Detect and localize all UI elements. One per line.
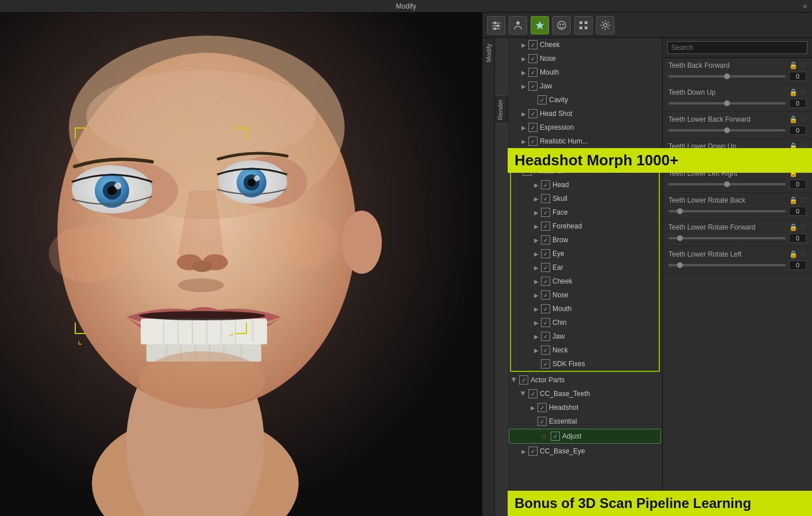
tree-arrow[interactable]: ▶ [519, 123, 528, 132]
tree-item-headshot-teeth[interactable]: ▶ ✓ Headshot [508, 401, 662, 414]
tree-arrow[interactable]: ▶ [519, 109, 528, 118]
tree-item-cheek1[interactable]: ▶ ✓ Cheek [508, 38, 662, 52]
tree-item-skull[interactable]: ▶ ✓ Skull [511, 192, 659, 205]
tree-check[interactable]: ✓ [528, 54, 538, 63]
heart-icon[interactable]: ♡ [800, 61, 806, 69]
tree-arrow[interactable]: ▶ [519, 82, 528, 91]
prop-slider[interactable] [668, 102, 786, 104]
prop-slider[interactable] [668, 129, 786, 131]
tree-check[interactable]: ✓ [541, 304, 550, 313]
tree-check[interactable]: ✓ [541, 235, 550, 245]
sliders-button[interactable] [487, 16, 505, 34]
heart-icon[interactable]: ♡ [800, 142, 806, 150]
tree-item-forehead[interactable]: ▶ ✓ Forehead [511, 219, 659, 233]
tree-arrow[interactable]: ▶ [532, 318, 541, 327]
lock-icon[interactable]: 🔒 [789, 196, 798, 204]
tree-check[interactable]: ✓ [541, 180, 550, 189]
tree-item-cc-base-teeth[interactable]: ▶ ✓ CC_Base_Teeth [508, 387, 662, 401]
tree-item-nose1[interactable]: ▶ ✓ Nose [508, 52, 662, 65]
prop-value-input[interactable] [789, 72, 806, 81]
tree-item-cheek2[interactable]: ▶ ✓ Cheek [511, 274, 659, 288]
tree-arrow[interactable]: ▶ [519, 447, 528, 456]
tree-item-tongue[interactable]: ▶ ✓ Tongue [508, 148, 662, 162]
tree-item-headshot1[interactable]: ▶ ✓ Head Shot [508, 107, 662, 121]
tree-arrow[interactable]: ▶ [519, 40, 528, 49]
tree-item-cavity[interactable]: ▶ ✓ Cavity [508, 93, 662, 107]
tree-check[interactable]: ✓ [541, 277, 550, 286]
tree-check[interactable]: ✓ [541, 318, 550, 327]
tree-arrow[interactable]: ▶ [532, 208, 541, 217]
slider-thumb[interactable] [724, 73, 730, 79]
face-button[interactable] [552, 16, 571, 34]
tree-arrow[interactable]: ▶ [528, 403, 538, 412]
person-button[interactable] [509, 16, 527, 34]
tree-arrow[interactable]: ▶ [532, 180, 541, 189]
slider-thumb[interactable] [724, 127, 730, 133]
tree-check-headshot[interactable]: ✓ [523, 166, 532, 176]
heart-icon[interactable]: ♡ [800, 169, 806, 177]
prop-value-input[interactable] [789, 261, 806, 270]
lock-icon[interactable]: 🔒 [789, 250, 798, 258]
tree-check[interactable]: ✓ [541, 208, 550, 217]
close-button[interactable]: × [803, 2, 807, 11]
tree-item-mouth2[interactable]: ▶ ✓ Mouth [511, 302, 659, 316]
prop-slider[interactable] [668, 237, 786, 239]
tree-arrow[interactable]: ▶ [519, 150, 528, 160]
prop-slider[interactable] [668, 210, 786, 212]
tree-arrow[interactable]: ▶ [532, 263, 541, 272]
tree-item-eye[interactable]: ▶ ✓ Eye [511, 247, 659, 261]
tree-check[interactable]: ✓ [541, 194, 550, 203]
slider-thumb[interactable] [677, 208, 683, 214]
tree-check[interactable]: ✓ [551, 432, 560, 441]
prop-value-input[interactable] [789, 153, 806, 162]
tree-check[interactable]: ✓ [541, 222, 550, 231]
lock-icon[interactable]: 🔒 [789, 115, 798, 123]
lock-icon[interactable]: 🔒 [789, 169, 798, 177]
tree-item-essential[interactable]: ▶ ✓ Essential [508, 414, 662, 428]
tree-check[interactable]: ✓ [519, 375, 528, 385]
tree-item-sdk-fixes[interactable]: ▶ ✓ SDK Fixes [511, 357, 659, 371]
prop-slider[interactable] [668, 156, 786, 158]
tree-item-headshot-group[interactable]: ▶ ✓ Headshot [511, 164, 659, 178]
tree-check[interactable]: ✓ [541, 332, 550, 341]
tree-arrow[interactable]: ▶ [510, 375, 519, 385]
tree-check[interactable]: ✓ [541, 263, 550, 272]
lock-icon[interactable]: 🔒 [789, 88, 798, 96]
slider-thumb[interactable] [724, 154, 730, 160]
tree-item-realistic-hum[interactable]: ▶ ✓ Realistic Hum... [508, 134, 662, 148]
heart-icon[interactable]: ♡ [800, 115, 806, 123]
heart-icon[interactable]: ♡ [800, 88, 806, 96]
lock-icon[interactable]: 🔒 [789, 223, 798, 231]
slider-thumb[interactable] [677, 235, 683, 241]
tree-check-red[interactable]: ○ [539, 432, 548, 441]
tree-check[interactable]: ✓ [528, 447, 538, 456]
slider-thumb[interactable] [677, 262, 683, 268]
tree-check[interactable]: ✓ [541, 249, 550, 258]
tree-check[interactable]: ✓ [541, 290, 550, 300]
tree-item-nose2[interactable]: ▶ ✓ Nose [511, 288, 659, 302]
tree-item-ear[interactable]: ▶ ✓ Ear [511, 261, 659, 274]
tree-check[interactable]: ✓ [528, 137, 538, 146]
tree-item-actor-parts[interactable]: ▶ ✓ Actor Parts [508, 373, 662, 387]
tree-item-jaw2[interactable]: ▶ ✓ Jaw [511, 329, 659, 343]
tree-item-mouth1[interactable]: ▶ ✓ Mouth [508, 65, 662, 79]
tree-arrow[interactable]: ▶ [532, 346, 541, 355]
grid-button[interactable] [574, 16, 593, 34]
tree-arrow-headshot[interactable]: ▶ [513, 166, 523, 176]
tree-item-face[interactable]: ▶ ✓ Face [511, 205, 659, 219]
tree-arrow[interactable]: ▶ [532, 290, 541, 300]
tree-check[interactable]: ✓ [538, 417, 547, 426]
tree-arrow[interactable]: ▶ [532, 277, 541, 286]
tree-arrow[interactable]: ▶ [519, 68, 528, 77]
prop-slider[interactable] [668, 264, 786, 266]
tree-check[interactable]: ✓ [528, 389, 538, 398]
tree-check[interactable]: ✓ [528, 40, 538, 49]
heart-icon[interactable]: ♡ [800, 196, 806, 204]
tree-check[interactable]: ✓ [528, 150, 538, 160]
tree-check[interactable]: ✓ [538, 403, 547, 412]
tree-arrow[interactable]: ▶ [532, 222, 541, 231]
lock-icon[interactable]: 🔒 [789, 61, 798, 69]
search-input[interactable] [667, 41, 807, 54]
tree-arrow[interactable]: ▶ [519, 137, 528, 146]
tree-check[interactable]: ✓ [528, 82, 538, 91]
